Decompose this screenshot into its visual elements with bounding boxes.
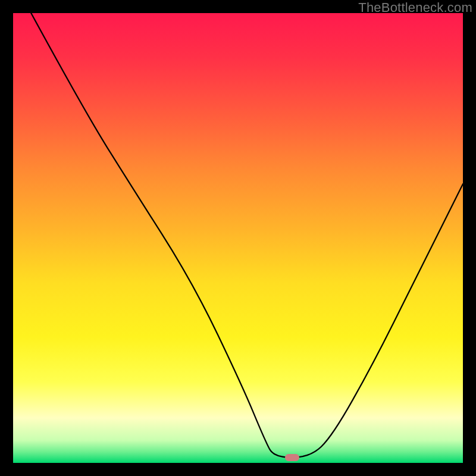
gradient-background	[13, 13, 463, 463]
plot-area	[13, 13, 463, 463]
optimal-marker	[285, 454, 299, 461]
watermark-text: TheBottleneck.com	[358, 0, 472, 15]
chart-svg	[13, 13, 463, 463]
chart-frame: TheBottleneck.com	[0, 0, 476, 476]
